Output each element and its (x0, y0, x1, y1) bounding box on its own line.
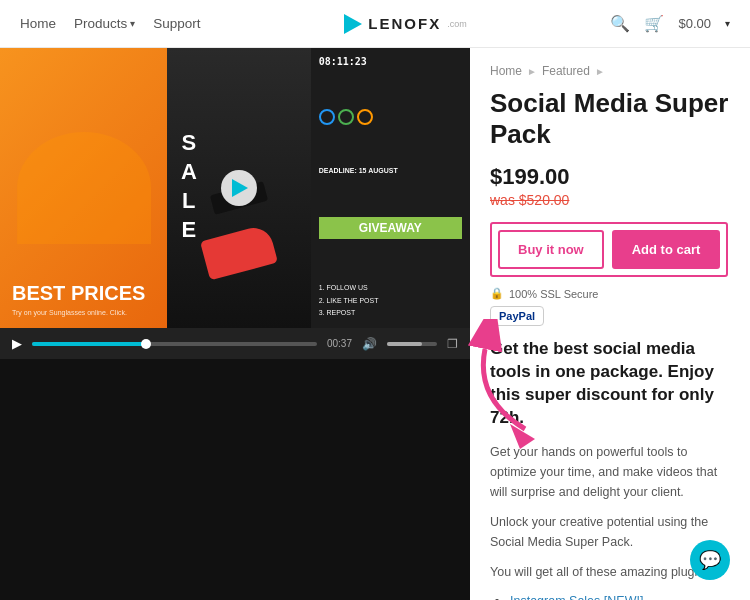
logo-text: LENOFX (368, 15, 441, 32)
thumb1-sub: Try on your Sunglasses online. Click. (12, 309, 155, 316)
video-thumbnails: BEST PRICES Try on your Sunglasses onlin… (0, 48, 470, 328)
thumbnail-1: BEST PRICES Try on your Sunglasses onlin… (0, 48, 167, 328)
volume-bar[interactable] (387, 342, 437, 346)
thumbnail-2: SALE (167, 48, 310, 328)
fullscreen-button[interactable]: ❐ (447, 337, 458, 351)
video-time: 00:37 (327, 338, 352, 349)
play-button[interactable] (221, 170, 257, 206)
nav-products[interactable]: Products ▾ (74, 16, 135, 31)
plugins-list: Instagram Sales [NEW!]Instagram Split Sc… (490, 592, 730, 600)
product-info: Home ► Featured ► Social Media Super Pac… (470, 48, 750, 600)
progress-fill (32, 342, 146, 346)
cart-amount[interactable]: $0.00 (678, 16, 711, 31)
thumb1-title: BEST PRICES (12, 282, 155, 304)
ssl-row: 🔒 100% SSL Secure (490, 287, 730, 300)
breadcrumb: Home ► Featured ► (490, 64, 730, 78)
price-section: $199.00 was $520.00 (490, 164, 730, 208)
lock-icon: 🔒 (490, 287, 504, 300)
cart-chevron-icon: ▾ (725, 18, 730, 29)
breadcrumb-featured[interactable]: Featured (542, 64, 590, 78)
product-title: Social Media Super Pack (490, 88, 730, 150)
thumb2-sale: SALE (175, 130, 201, 246)
product-description-1: Get your hands on powerful tools to opti… (490, 442, 730, 502)
site-logo[interactable]: LENOFX.com (344, 14, 466, 34)
thumb3-steps: 1. FOLLOW US 2. LIKE THE POST 3. REPOST (319, 282, 462, 320)
nav-support[interactable]: Support (153, 16, 200, 31)
thumb3-clock: 08:11:23 (319, 56, 462, 67)
nav-left: Home Products ▾ Support (20, 16, 201, 31)
video-section: BEST PRICES Try on your Sunglasses onlin… (0, 48, 470, 600)
progress-bar[interactable] (32, 342, 317, 346)
button-box: Buy it now Add to cart (490, 222, 728, 277)
progress-thumb (141, 339, 151, 349)
navbar: Home Products ▾ Support LENOFX.com 🔍 🛒 $… (0, 0, 750, 48)
price-current: $199.00 (490, 164, 730, 190)
add-to-cart-button[interactable]: Add to cart (612, 230, 721, 269)
plugin-link[interactable]: Instagram Sales [NEW!] (510, 594, 643, 600)
play-icon (232, 179, 248, 197)
price-was: was $520.00 (490, 192, 730, 208)
breadcrumb-arrow-2: ► (595, 66, 605, 77)
product-description-bold: Get the best social media tools in one p… (490, 338, 730, 430)
chevron-down-icon: ▾ (130, 18, 135, 29)
logo-triangle-icon (344, 14, 362, 34)
thumb3-deadline: DEADLINE: 15 AUGUST (319, 167, 462, 174)
chat-button[interactable]: 💬 (690, 540, 730, 580)
logo-com: .com (447, 19, 467, 29)
breadcrumb-arrow-1: ► (527, 66, 537, 77)
nav-right: 🔍 🛒 $0.00 ▾ (610, 14, 730, 33)
paypal-badge: PayPal (490, 306, 544, 326)
volume-button[interactable]: 🔊 (362, 337, 377, 351)
buy-now-button[interactable]: Buy it now (498, 230, 604, 269)
thumbnail-3: 08:11:23 DEADLINE: 15 AUGUST GIVEAWAY 1.… (311, 48, 470, 328)
ssl-text: 100% SSL Secure (509, 288, 598, 300)
breadcrumb-home[interactable]: Home (490, 64, 522, 78)
main-content: BEST PRICES Try on your Sunglasses onlin… (0, 48, 750, 600)
search-icon[interactable]: 🔍 (610, 14, 630, 33)
video-controls: ▶ 00:37 🔊 ❐ (0, 328, 470, 359)
chat-icon: 💬 (699, 549, 721, 571)
play-pause-button[interactable]: ▶ (12, 336, 22, 351)
volume-fill (387, 342, 422, 346)
nav-products-label: Products (74, 16, 127, 31)
thumb3-giveaway: GIVEAWAY (319, 217, 462, 239)
nav-home[interactable]: Home (20, 16, 56, 31)
cart-icon[interactable]: 🛒 (644, 14, 664, 33)
